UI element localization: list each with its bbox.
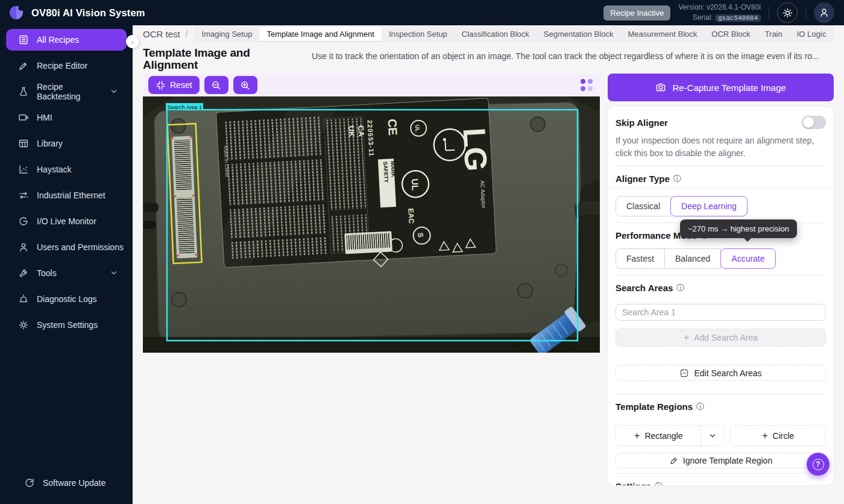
pencil-icon: [18, 60, 29, 71]
skip-aligner-description: If your inspection does not require an a…: [616, 129, 826, 166]
sidebar-item-industrial-ethernet[interactable]: Industrial Ethernet: [6, 184, 127, 206]
sidebar-item-tools[interactable]: Tools: [6, 262, 127, 284]
sidebar-item-all-recipes[interactable]: All Recipes: [6, 29, 127, 51]
plus-icon: +: [762, 431, 767, 441]
reset-corners-icon: [156, 80, 166, 90]
ignore-template-region-button[interactable]: Ignore Template Region: [616, 453, 826, 468]
info-icon[interactable]: ⓘ: [673, 174, 681, 184]
divider: [805, 7, 806, 19]
aligner-deep-learning-button[interactable]: Deep Learning: [670, 196, 748, 216]
plus-icon: +: [634, 431, 640, 441]
search-area-input[interactable]: [616, 304, 826, 321]
info-icon[interactable]: ⓘ: [655, 481, 663, 486]
sun-icon: [783, 8, 793, 18]
performance-accurate-button[interactable]: Accurate: [720, 248, 775, 269]
camera-icon: [655, 82, 666, 93]
main-area: OCR test / Imaging Setup Template Image …: [133, 25, 844, 504]
scatter-chart-icon: [18, 164, 29, 175]
skip-aligner-toggle[interactable]: [802, 116, 826, 129]
pen-nib-icon: [669, 456, 678, 465]
search-areas-section: Search Areas ⓘ + Add Search Area Edit Se…: [616, 275, 826, 381]
page-title: Template Image and Alignment: [143, 47, 269, 71]
add-search-area-button[interactable]: + Add Search Area: [616, 329, 826, 347]
edit-region-icon: [679, 368, 689, 378]
recipe-status-badge: Recipe Inactive: [603, 5, 670, 20]
theme-toggle-button[interactable]: [777, 2, 798, 23]
performance-mode-segmented: Fastest Balanced Accurate: [616, 248, 826, 269]
performance-fastest-button[interactable]: Fastest: [616, 248, 665, 269]
image-viewer: Reset: [143, 74, 600, 485]
version-text: Version: v2026.4.1-OV80i: [678, 2, 761, 13]
tab-ocr-block[interactable]: OCR Block: [704, 27, 757, 41]
hmi-monitor-icon: [18, 112, 29, 123]
user-avatar-button[interactable]: [814, 2, 834, 23]
sidebar-item-io-live-monitor[interactable]: I/O Live Monitor: [6, 210, 127, 232]
alarm-bell-icon: [18, 294, 29, 304]
sidebar-item-hmi[interactable]: HMI: [6, 107, 127, 128]
info-icon[interactable]: ⓘ: [696, 402, 704, 412]
tab-measurement-block[interactable]: Measurement Block: [620, 27, 704, 41]
flask-icon: [18, 86, 29, 97]
settings-label: Settings: [616, 481, 651, 485]
recapture-template-button[interactable]: Re-Capture Template Image: [608, 74, 834, 101]
sidebar-item-recipe-backtesting[interactable]: Recipe Backtesting: [6, 81, 127, 102]
search-areas-label: Search Areas: [616, 283, 673, 293]
person-icon: [18, 242, 29, 253]
tab-template-image-and-alignment[interactable]: Template Image and Alignment: [259, 27, 382, 41]
tab-bar: OCR test / Imaging Setup Template Image …: [133, 25, 844, 42]
zoom-in-button[interactable]: [233, 76, 257, 94]
add-circle-button[interactable]: + Circle: [730, 425, 826, 446]
settings-panel: Re-Capture Template Image Skip Aligner I…: [608, 74, 834, 485]
edit-search-areas-button[interactable]: Edit Search Areas: [616, 365, 826, 381]
divider: [769, 7, 769, 19]
add-rectangle-button[interactable]: + Rectangle: [616, 426, 701, 446]
user-icon: [819, 7, 830, 18]
sidebar-item-library[interactable]: Library: [6, 133, 127, 154]
sidebar-item-haystack[interactable]: Haystack: [6, 159, 127, 180]
aligner-classical-button[interactable]: Classical: [616, 196, 671, 216]
performance-balanced-button[interactable]: Balanced: [664, 248, 721, 269]
aligner-type-segmented: Classical Deep Learning: [616, 196, 826, 216]
gauge-icon: [18, 216, 29, 227]
reset-view-button[interactable]: Reset: [148, 76, 200, 94]
tab-group: Imaging Setup Template Image and Alignme…: [194, 26, 835, 42]
help-button[interactable]: ?: [807, 453, 830, 476]
sidebar-item-diagnostic-logs[interactable]: Diagnostic Logs: [6, 288, 127, 310]
tab-inspection-setup[interactable]: Inspection Setup: [382, 27, 455, 41]
zoom-out-button[interactable]: [204, 76, 228, 94]
sidebar-item-recipe-editor[interactable]: Recipe Editor: [6, 55, 127, 77]
recipes-list-icon: [18, 34, 29, 45]
view-options-dots-icon[interactable]: [581, 79, 593, 91]
collapse-chevron-icon: ‹: [131, 37, 134, 46]
ethernet-arrows-icon: [18, 190, 29, 201]
version-block: Version: v2026.4.1-OV80i Serial: gsac549…: [678, 2, 761, 24]
gear-icon: [18, 320, 29, 330]
sidebar-item-system-settings[interactable]: System Settings: [6, 314, 127, 336]
aligner-settings-card: Skip Aligner If your inspection does not…: [608, 107, 834, 485]
tab-imaging-setup[interactable]: Imaging Setup: [195, 27, 260, 41]
sidebar-item-users-permissions[interactable]: Users and Permissions: [6, 236, 127, 258]
sidebar-item-software-update[interactable]: Software Update: [12, 473, 121, 493]
plus-icon: +: [684, 333, 689, 342]
aligner-type-label: Aligner Type: [616, 174, 670, 184]
settings-section: Settings ⓘ: [616, 473, 826, 485]
template-regions-label: Template Regions: [616, 402, 693, 412]
serial-label: Serial:: [693, 13, 713, 22]
template-regions-section: Template Regions ⓘ + Rectangle: [616, 394, 826, 468]
tab-train[interactable]: Train: [758, 27, 790, 41]
aligner-type-section: Aligner Type ⓘ Classical Deep Learning: [616, 166, 826, 216]
rectangle-dropdown-button[interactable]: [701, 426, 724, 446]
sidebar-collapse-button[interactable]: ‹: [126, 35, 139, 48]
tab-classification-block[interactable]: Classification Block: [455, 27, 537, 41]
chevron-down-icon: [110, 87, 118, 96]
serial-value: gsac549684: [715, 14, 761, 22]
skip-aligner-label: Skip Aligner: [616, 118, 668, 128]
performance-tooltip: ~270 ms → highest precision: [680, 219, 797, 238]
template-image-canvas[interactable]: Made in China 220553-11 UK CA CE SAFETY …: [143, 96, 600, 353]
info-icon[interactable]: ⓘ: [676, 283, 684, 294]
breadcrumb[interactable]: OCR test: [143, 29, 180, 39]
question-mark-icon: ?: [813, 459, 824, 470]
table-grid-icon: [18, 138, 29, 149]
tab-segmentation-block[interactable]: Segmentation Block: [537, 27, 621, 41]
tab-io-logic[interactable]: IO Logic: [790, 27, 833, 41]
